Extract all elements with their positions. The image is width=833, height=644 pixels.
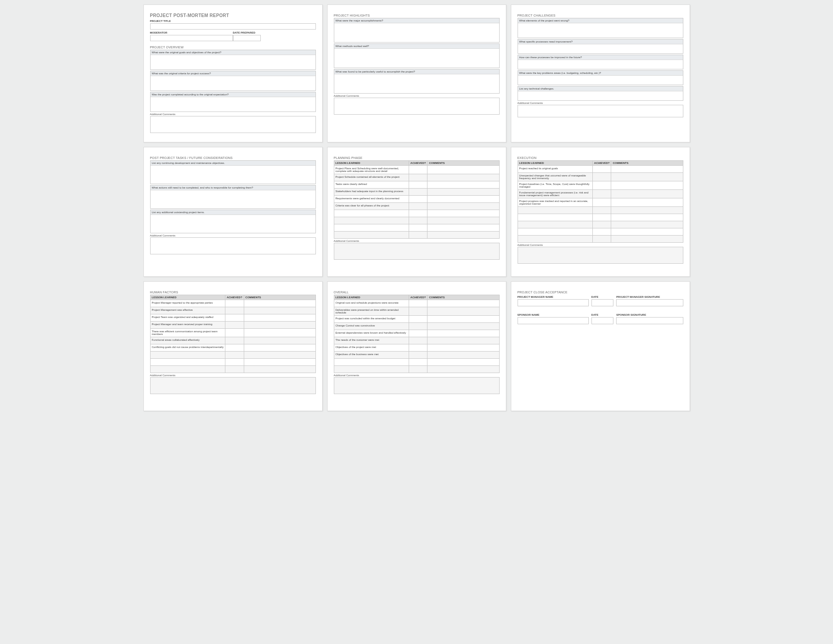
comments-cell[interactable] <box>427 181 499 189</box>
achieved-cell[interactable] <box>592 198 611 207</box>
comments-cell[interactable] <box>611 173 683 181</box>
achieved-cell[interactable] <box>225 352 244 359</box>
comments-cell[interactable] <box>427 323 499 330</box>
addl-comments-input[interactable] <box>150 116 316 133</box>
comments-cell[interactable] <box>427 210 499 217</box>
comments-cell[interactable] <box>244 300 315 307</box>
q-input[interactable] <box>151 215 315 233</box>
moderator-input[interactable] <box>150 35 233 41</box>
achieved-cell[interactable] <box>225 307 244 314</box>
comments-cell[interactable] <box>427 217 499 224</box>
achieved-cell[interactable] <box>409 330 427 337</box>
comments-cell[interactable] <box>611 207 683 214</box>
q-input[interactable] <box>518 23 683 38</box>
comments-cell[interactable] <box>244 322 315 329</box>
q-input[interactable] <box>151 55 315 69</box>
achieved-cell[interactable] <box>409 300 427 307</box>
achieved-cell[interactable] <box>409 224 427 232</box>
comments-cell[interactable] <box>611 221 683 228</box>
achieved-cell[interactable] <box>409 196 427 203</box>
achieved-cell[interactable] <box>225 329 244 337</box>
addl-comments-input[interactable] <box>150 237 316 254</box>
achieved-cell[interactable] <box>225 359 244 366</box>
comments-cell[interactable] <box>244 359 315 366</box>
q-input[interactable] <box>151 190 315 208</box>
achieved-cell[interactable] <box>409 189 427 196</box>
achieved-cell[interactable] <box>409 232 427 239</box>
comments-cell[interactable] <box>427 300 499 307</box>
achieved-cell[interactable] <box>409 174 427 181</box>
achieved-cell[interactable] <box>592 181 611 190</box>
comments-cell[interactable] <box>427 344 499 352</box>
q-input[interactable] <box>518 44 683 53</box>
achieved-cell[interactable] <box>592 166 611 173</box>
comments-cell[interactable] <box>611 198 683 207</box>
achieved-cell[interactable] <box>225 366 244 373</box>
comments-cell[interactable] <box>427 366 499 373</box>
achieved-cell[interactable] <box>409 316 427 323</box>
achieved-cell[interactable] <box>225 344 244 352</box>
q-input[interactable] <box>518 60 683 69</box>
comments-cell[interactable] <box>427 166 499 174</box>
pm-name-input[interactable] <box>518 299 589 306</box>
addl-comments-input[interactable] <box>334 377 500 394</box>
achieved-cell[interactable] <box>409 323 427 330</box>
comments-cell[interactable] <box>244 307 315 314</box>
comments-cell[interactable] <box>427 337 499 344</box>
comments-cell[interactable] <box>427 189 499 196</box>
sponsor-sig-input[interactable] <box>616 317 683 324</box>
addl-comments-input[interactable] <box>518 105 683 117</box>
comments-cell[interactable] <box>611 214 683 221</box>
achieved-cell[interactable] <box>409 210 427 217</box>
comments-cell[interactable] <box>244 344 315 352</box>
achieved-cell[interactable] <box>409 344 427 352</box>
comments-cell[interactable] <box>427 316 499 323</box>
sponsor-name-input[interactable] <box>518 317 589 324</box>
q-input[interactable] <box>151 76 315 90</box>
q-input[interactable] <box>334 74 499 93</box>
comments-cell[interactable] <box>611 228 683 236</box>
comments-cell[interactable] <box>427 196 499 203</box>
addl-comments-input[interactable] <box>334 243 500 260</box>
comments-cell[interactable] <box>427 203 499 210</box>
pm-sig-input[interactable] <box>616 299 683 306</box>
achieved-cell[interactable] <box>592 236 611 243</box>
q-input[interactable] <box>334 23 499 42</box>
comments-cell[interactable] <box>244 366 315 373</box>
achieved-cell[interactable] <box>592 221 611 228</box>
comments-cell[interactable] <box>611 236 683 243</box>
comments-cell[interactable] <box>427 224 499 232</box>
comments-cell[interactable] <box>427 352 499 359</box>
achieved-cell[interactable] <box>592 190 611 198</box>
achieved-cell[interactable] <box>409 337 427 344</box>
addl-comments-input[interactable] <box>334 98 500 115</box>
q-input[interactable] <box>334 49 499 68</box>
achieved-cell[interactable] <box>592 214 611 221</box>
achieved-cell[interactable] <box>409 307 427 316</box>
achieved-cell[interactable] <box>225 322 244 329</box>
achieved-cell[interactable] <box>225 300 244 307</box>
achieved-cell[interactable] <box>592 228 611 236</box>
achieved-cell[interactable] <box>225 314 244 322</box>
q-input[interactable] <box>151 97 315 112</box>
addl-comments-input[interactable] <box>150 377 316 394</box>
achieved-cell[interactable] <box>225 337 244 344</box>
sponsor-date-input[interactable] <box>591 317 614 324</box>
comments-cell[interactable] <box>611 166 683 173</box>
comments-cell[interactable] <box>611 181 683 190</box>
q-input[interactable] <box>518 91 683 100</box>
q-input[interactable] <box>518 76 683 85</box>
q-input[interactable] <box>151 166 315 184</box>
comments-cell[interactable] <box>427 330 499 337</box>
addl-comments-input[interactable] <box>518 247 683 264</box>
comments-cell[interactable] <box>611 190 683 198</box>
comments-cell[interactable] <box>244 337 315 344</box>
comments-cell[interactable] <box>427 174 499 181</box>
achieved-cell[interactable] <box>592 207 611 214</box>
comments-cell[interactable] <box>244 352 315 359</box>
project-title-input[interactable] <box>150 23 316 30</box>
pm-date-input[interactable] <box>591 299 614 306</box>
comments-cell[interactable] <box>244 314 315 322</box>
achieved-cell[interactable] <box>409 203 427 210</box>
achieved-cell[interactable] <box>409 359 427 366</box>
